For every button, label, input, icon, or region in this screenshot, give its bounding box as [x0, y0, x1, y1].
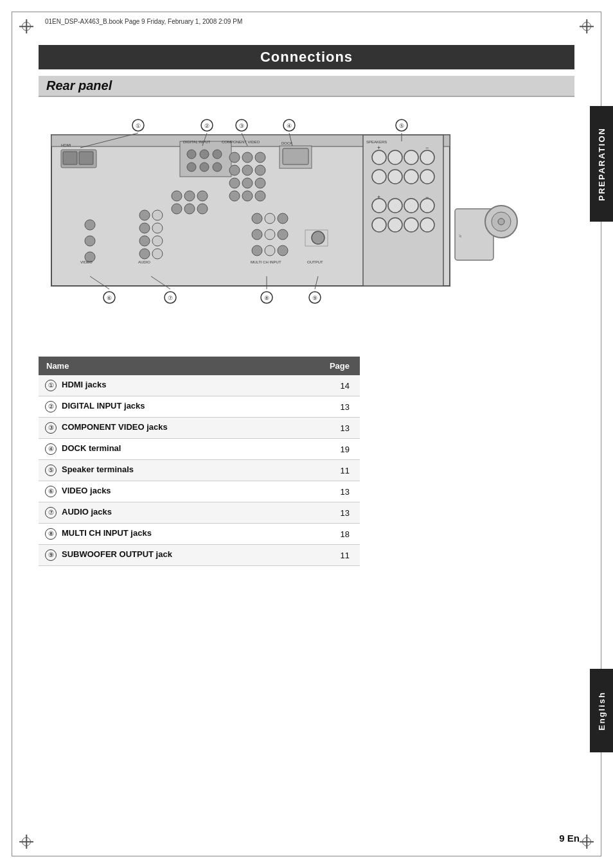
svg-point-16 [255, 152, 265, 163]
row-label: DIGITAL INPUT jacks [62, 401, 145, 411]
svg-point-60 [252, 213, 262, 224]
row-label: MULTI CH INPUT jacks [62, 528, 152, 538]
row-label: AUDIO jacks [62, 507, 112, 517]
table-cell-name: ⑦AUDIO jacks [39, 502, 291, 524]
table-cell-page: 13 [291, 502, 360, 524]
row-label: SUBWOOFER OUTPUT jack [62, 549, 172, 559]
svg-point-44 [420, 218, 434, 232]
table-row: ⑥VIDEO jacks13 [39, 481, 360, 502]
connections-table: Name Page ①HDMI jacks14②DIGITAL INPUT ja… [39, 357, 360, 566]
svg-point-24 [242, 191, 253, 201]
svg-point-67 [265, 245, 275, 256]
svg-point-63 [252, 229, 262, 240]
row-number: ④ [45, 443, 57, 455]
row-number: ⑤ [45, 465, 57, 476]
svg-point-85 [197, 204, 208, 214]
table-cell-page: 13 [291, 481, 360, 502]
svg-point-12 [200, 163, 209, 172]
svg-point-33 [372, 170, 386, 184]
svg-text:DIGITAL INPUT: DIGITAL INPUT [183, 140, 211, 144]
row-number: ⑥ [45, 486, 57, 497]
svg-text:⑤: ⑤ [399, 123, 404, 129]
svg-point-43 [404, 218, 418, 232]
svg-point-64 [265, 229, 275, 240]
svg-point-31 [404, 150, 418, 164]
table-row: ⑧MULTI CH INPUT jacks18 [39, 524, 360, 545]
svg-text:②: ② [204, 123, 209, 129]
table-cell-page: 11 [291, 545, 360, 566]
page-number: 9 En [559, 833, 580, 844]
svg-point-80 [172, 191, 182, 201]
svg-point-52 [139, 210, 150, 220]
table-cell-name: ⑥VIDEO jacks [39, 481, 291, 502]
rear-panel-diagram: + − + − HDMI DIGITAL INPUT [39, 106, 527, 324]
svg-point-68 [278, 245, 288, 256]
svg-point-84 [184, 204, 195, 214]
svg-point-57 [152, 236, 163, 246]
table-row: ②DIGITAL INPUT jacks13 [39, 396, 360, 418]
row-label: DOCK terminal [62, 443, 121, 453]
svg-text:AUDIO: AUDIO [138, 260, 150, 264]
svg-rect-4 [79, 152, 93, 164]
svg-text:⑨: ⑨ [312, 295, 317, 301]
svg-text:OUTPUT: OUTPUT [307, 260, 323, 264]
table-cell-name: ⑧MULTI CH INPUT jacks [39, 524, 291, 545]
table-row: ⑤Speaker terminals11 [39, 460, 360, 481]
svg-point-83 [172, 204, 182, 214]
svg-point-32 [420, 150, 434, 164]
svg-point-53 [152, 210, 163, 220]
svg-text:VIDEO: VIDEO [80, 260, 93, 264]
svg-point-23 [229, 191, 240, 201]
row-number: ② [45, 401, 57, 412]
connections-title: Connections [39, 45, 574, 69]
crosshair-bottom-right [580, 835, 594, 849]
svg-text:+: + [377, 145, 380, 151]
table-row: ①HDMI jacks14 [39, 375, 360, 396]
svg-point-56 [139, 236, 150, 246]
svg-text:MULTI CH INPUT: MULTI CH INPUT [251, 260, 281, 264]
preparation-sidebar: PREPARATION [590, 106, 613, 222]
row-number: ① [45, 380, 57, 391]
svg-point-21 [242, 178, 253, 188]
svg-point-81 [184, 191, 195, 201]
row-label: COMPONENT VIDEO jacks [62, 422, 168, 432]
svg-point-37 [372, 199, 386, 213]
svg-point-62 [278, 213, 288, 224]
svg-point-19 [255, 165, 265, 175]
svg-point-58 [139, 249, 150, 259]
table-cell-name: ⑤Speaker terminals [39, 460, 291, 481]
row-number: ⑨ [45, 549, 57, 561]
svg-point-40 [420, 199, 434, 213]
svg-point-18 [242, 165, 253, 175]
row-label: VIDEO jacks [62, 486, 111, 495]
svg-point-9 [200, 150, 209, 159]
svg-text:①: ① [136, 123, 141, 129]
table-cell-name: ②DIGITAL INPUT jacks [39, 396, 291, 418]
svg-point-66 [252, 245, 262, 256]
svg-text:DOCK: DOCK [281, 141, 292, 145]
svg-point-13 [213, 163, 222, 172]
diagram-area: + − + − HDMI DIGITAL INPUT [39, 106, 574, 337]
svg-text:−: − [425, 194, 429, 200]
svg-text:④: ④ [287, 123, 292, 129]
svg-point-41 [372, 218, 386, 232]
svg-point-22 [255, 178, 265, 188]
table-cell-page: 11 [291, 460, 360, 481]
svg-text:⑥: ⑥ [107, 295, 112, 301]
row-number: ③ [45, 422, 57, 434]
svg-point-61 [265, 213, 275, 224]
table-area: Name Page ①HDMI jacks14②DIGITAL INPUT ja… [39, 357, 360, 566]
svg-text:⑦: ⑦ [168, 295, 173, 301]
svg-point-8 [187, 150, 196, 159]
svg-point-54 [139, 223, 150, 233]
svg-point-17 [229, 165, 240, 175]
svg-text:COMPONENT VIDEO: COMPONENT VIDEO [222, 140, 260, 144]
english-label: English [597, 691, 607, 731]
table-row: ④DOCK terminal19 [39, 439, 360, 460]
file-info: 01EN_DSP-AX463_B.book Page 9 Friday, Feb… [45, 18, 242, 25]
svg-point-11 [187, 163, 196, 172]
table-cell-page: 19 [291, 439, 360, 460]
crosshair-top-left [19, 19, 33, 33]
svg-point-65 [278, 229, 288, 240]
svg-point-20 [229, 178, 240, 188]
